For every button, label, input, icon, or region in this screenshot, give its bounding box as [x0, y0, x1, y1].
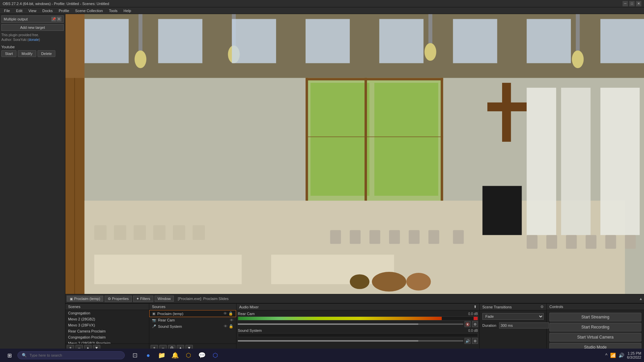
source-sound-lock[interactable]: 🔒: [229, 324, 233, 328]
svg-rect-59: [409, 230, 420, 244]
svg-rect-57: [369, 230, 380, 244]
left-panel: Multiple output 📌 ✕ Add new target This …: [0, 14, 65, 352]
audio-mixer-title: Audio Mixer: [239, 305, 259, 309]
taskbar-right: ^ 📶 🔊 1:25 PM 6/3/2022: [605, 351, 641, 359]
scene-mevo2[interactable]: Mevo 2 (28GB2): [65, 316, 149, 322]
menu-docks[interactable]: Docks: [40, 8, 55, 13]
svg-rect-60: [428, 230, 439, 244]
source-rear-cam-label: Rear Cam: [158, 318, 175, 322]
youtube-delete-button[interactable]: Delete: [38, 50, 56, 57]
tray-network-icon[interactable]: 📶: [610, 353, 616, 358]
source-bar-arrow[interactable]: ▲: [639, 297, 643, 301]
chat-icon[interactable]: 💬: [196, 350, 208, 361]
svg-rect-67: [625, 235, 636, 249]
sound-system-slider[interactable]: [238, 340, 463, 342]
source-proclaim-lock[interactable]: 🔒: [228, 311, 233, 316]
proclaim-tab-icon: ▣: [70, 297, 73, 301]
window-button[interactable]: Window: [155, 296, 174, 302]
svg-rect-41: [502, 83, 511, 142]
donate-link[interactable]: donate: [29, 38, 39, 42]
svg-rect-42: [487, 103, 527, 111]
menu-help[interactable]: Help: [121, 8, 134, 13]
sources-header: Sources: [149, 304, 236, 310]
sources-panel: Sources ▣ Proclaim (temp) 👁 🔒 📷 Rear Cam: [149, 304, 236, 352]
task-view-icon[interactable]: ⊡: [129, 350, 141, 361]
menu-edit[interactable]: Edit: [13, 8, 25, 13]
start-virtual-camera-button[interactable]: Start Virtual Camera: [549, 333, 641, 342]
svg-point-70: [350, 274, 370, 289]
notification-icon[interactable]: 🔔: [169, 350, 181, 361]
audio-mixer-expand[interactable]: ⬆: [474, 305, 477, 309]
maximize-button[interactable]: □: [629, 1, 635, 6]
rear-cam-meter: [238, 316, 478, 320]
search-bar[interactable]: 🔍: [17, 351, 125, 359]
source-rear-cam-eye[interactable]: 👁: [230, 318, 233, 322]
minimize-button[interactable]: ─: [623, 1, 628, 6]
search-input[interactable]: [30, 353, 120, 357]
svg-rect-25: [65, 78, 85, 294]
menu-view[interactable]: View: [26, 8, 39, 13]
sound-system-mute-button[interactable]: 🔊: [465, 338, 471, 344]
scene-rear-camera-proclaim[interactable]: Rear Camera Proclaim: [65, 328, 149, 334]
menu-file[interactable]: File: [1, 8, 13, 13]
tray-speaker-icon[interactable]: 🔊: [619, 353, 624, 358]
plugin-info: This plugin provided free.Author: SoraYu…: [1, 33, 64, 42]
sound-system-meter: [238, 333, 478, 337]
rear-cam-channel-name: Rear Cam: [238, 312, 255, 316]
source-sound-system[interactable]: 🎤 Sound System 👁 🔒: [149, 323, 236, 329]
properties-button[interactable]: ⚙ Properties: [105, 296, 132, 302]
title-text: OBS 27.2.4 (64-bit, windows) - Profile: …: [3, 2, 109, 6]
app5-icon[interactable]: ⬡: [182, 350, 195, 361]
mo-close-button[interactable]: ✕: [57, 17, 61, 21]
mo-pin-button[interactable]: 📌: [51, 17, 56, 21]
add-new-target-button[interactable]: Add new target: [1, 24, 64, 31]
proclaim-tab[interactable]: ▣ Proclaim (temp): [67, 296, 103, 302]
scenes-list: Congregation Mevo 2 (28GB2) Mevo 3 (28FV…: [65, 310, 149, 344]
filters-button[interactable]: ✦ Filters: [133, 296, 153, 302]
file-explorer-icon[interactable]: 📁: [156, 350, 168, 361]
fade-select[interactable]: Fade Cut Swipe: [482, 313, 544, 320]
clock-date: 6/3/2022: [627, 355, 641, 359]
sound-system-channel-name: Sound System: [238, 328, 262, 333]
scene-mevo2-proclaim[interactable]: Mevo 2 (28GB2) Proclaim: [65, 340, 149, 344]
svg-rect-37: [441, 78, 443, 200]
start-recording-button[interactable]: Start Recording: [549, 323, 641, 331]
clock-time: 1:25 PM: [627, 351, 641, 355]
obs-icon[interactable]: ⬡: [209, 350, 221, 361]
clock[interactable]: 1:25 PM 6/3/2022: [627, 351, 641, 359]
transitions-gear-icon[interactable]: ⚙: [540, 305, 544, 309]
audio-channel-sound-system: Sound System 0.0 dB 🔊 ⚙: [238, 328, 478, 344]
rear-cam-slider[interactable]: [238, 323, 463, 325]
start-streaming-button[interactable]: Start Streaming: [549, 313, 641, 321]
menu-profile[interactable]: Profile: [56, 8, 72, 13]
rear-cam-mute-button[interactable]: 🔇: [465, 321, 471, 327]
scene-congregation-proclaim[interactable]: Congregation Proclaim: [65, 334, 149, 340]
source-proclaim-eye[interactable]: 👁: [223, 311, 227, 316]
tray-show-icon[interactable]: ^: [605, 353, 608, 358]
source-sound-icon: 🎤: [152, 324, 156, 328]
youtube-label: Youtube: [1, 45, 64, 49]
audio-channel-rear-cam: Rear Cam 0.0 dB 🔇 ⚙: [238, 312, 478, 327]
duration-row: Duration: [482, 322, 544, 328]
youtube-start-button[interactable]: Start: [1, 50, 16, 57]
menu-scene-collection[interactable]: Scene Collection: [72, 8, 106, 13]
source-rear-cam[interactable]: 📷 Rear Cam 👁: [149, 317, 236, 323]
sound-system-settings-button[interactable]: ⚙: [472, 338, 478, 344]
title-controls: ─ □ ✕: [623, 1, 641, 6]
source-rear-cam-actions: 👁: [230, 318, 233, 322]
menu-tools[interactable]: Tools: [106, 8, 120, 13]
close-button[interactable]: ✕: [636, 1, 641, 6]
svg-rect-58: [389, 230, 400, 244]
youtube-modify-button[interactable]: Modify: [18, 50, 36, 57]
chrome-icon[interactable]: ●: [142, 350, 154, 361]
source-proclaim-temp[interactable]: ▣ Proclaim (temp) 👁 🔒: [149, 310, 236, 317]
source-sound-eye[interactable]: 👁: [224, 324, 227, 328]
rear-cam-settings-button[interactable]: ⚙: [472, 321, 478, 327]
source-proclaim-icon: ▣: [152, 312, 155, 315]
start-button[interactable]: ⊞: [3, 350, 16, 361]
scene-congregation[interactable]: Congregation: [65, 310, 149, 316]
scene-mevo3[interactable]: Mevo 3 (28FVX): [65, 322, 149, 328]
audio-mixer-header: Audio Mixer ⬆: [236, 304, 479, 310]
duration-input[interactable]: [499, 322, 549, 328]
svg-rect-47: [94, 225, 107, 240]
